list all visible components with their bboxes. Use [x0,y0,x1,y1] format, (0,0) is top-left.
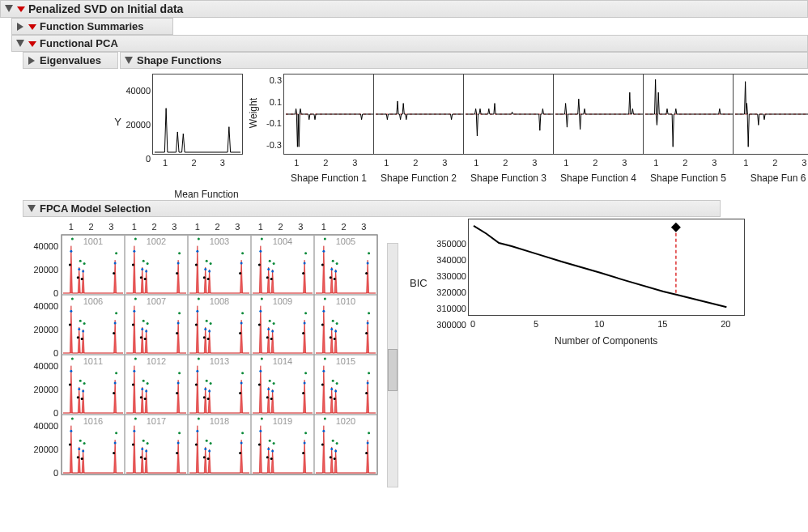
svg-point-186 [259,310,262,313]
disclosure-open-icon[interactable] [124,56,134,66]
disclosure-closed-icon[interactable] [15,22,25,32]
svg-point-315 [204,448,206,450]
svg-point-255 [258,384,261,386]
svg-text:350000: 350000 [436,239,466,249]
svg-point-138 [365,272,368,275]
disclosure-open-icon[interactable] [27,204,36,214]
svg-point-347 [336,442,338,445]
svg-point-325 [258,444,261,446]
svg-point-331 [270,458,273,460]
svg-point-94 [145,270,147,273]
svg-point-291 [83,442,86,445]
svg-text:2: 2 [151,222,156,232]
svg-point-154 [115,312,117,314]
svg-point-158 [133,310,135,313]
svg-point-288 [79,440,82,442]
svg-point-131 [324,237,326,240]
svg-point-306 [176,452,178,454]
svg-point-257 [261,357,263,360]
svg-point-231 [141,388,143,390]
disclosure-closed-icon[interactable] [27,56,36,66]
svg-point-129 [321,264,324,266]
svg-point-132 [330,276,332,279]
svg-text:3: 3 [108,222,113,232]
svg-point-191 [270,338,273,340]
shape-function-3[interactable]: 123Shape Function 3 [463,74,554,184]
svg-point-84 [115,252,117,254]
menu-dropdown-icon[interactable] [17,5,25,13]
shape-function-6[interactable]: 123Shape Fun 6 [733,74,808,184]
svg-text:20000: 20000 [33,385,58,394]
svg-point-312 [196,430,198,432]
svg-point-287 [78,448,80,450]
svg-point-270 [322,370,325,372]
svg-text:1: 1 [474,158,478,168]
svg-text:1: 1 [132,222,137,232]
svg-point-196 [304,312,307,314]
svg-point-187 [261,297,263,300]
section-function-summaries[interactable]: Function Summaries [11,18,173,35]
svg-text:0: 0 [53,468,58,478]
section-fpca-model-selection[interactable]: FPCA Model Selection [23,200,721,217]
svg-point-297 [132,444,134,446]
svg-point-201 [324,297,326,300]
svg-point-237 [177,382,180,385]
svg-point-307 [177,442,180,445]
menu-dropdown-icon[interactable] [28,23,36,31]
fpca-small-multiples[interactable]: 1231231231231230200004000002000040000020… [23,219,387,494]
svg-point-107 [207,278,210,280]
svg-marker-358 [671,223,681,232]
disclosure-open-icon[interactable] [15,39,25,49]
svg-point-77 [78,268,80,270]
svg-text:1007: 1007 [147,296,166,306]
svg-point-83 [114,262,117,265]
section-eigenvalues[interactable]: Eigenvalues [23,52,118,69]
svg-point-275 [334,398,336,400]
scrollbar[interactable] [387,243,398,487]
bic-plot[interactable] [468,219,745,316]
section-label: Shape Functions [137,54,222,66]
svg-point-321 [240,442,243,445]
svg-point-219 [81,398,83,400]
svg-text:1: 1 [743,158,748,168]
mean-function-plot[interactable] [152,74,243,155]
svg-point-168 [178,312,181,314]
bic-x-label: Number of Components [468,332,745,347]
svg-point-75 [71,237,74,240]
svg-text:3: 3 [172,222,176,232]
svg-point-271 [324,357,326,360]
svg-point-330 [269,440,271,442]
svg-point-263 [273,382,275,385]
section-functional-pca[interactable]: Functional PCA [11,35,808,52]
svg-text:1019: 1019 [273,416,292,426]
shape-function-5[interactable]: 123Shape Function 5 [643,74,734,184]
svg-point-230 [140,396,142,398]
svg-text:0: 0 [53,408,58,418]
svg-point-93 [144,278,147,280]
svg-text:3: 3 [532,158,537,168]
section-shape-functions[interactable]: Shape Functions [120,52,808,69]
svg-point-208 [365,332,368,334]
svg-text:20: 20 [721,319,730,329]
section-penalized-svd[interactable]: Penalized SVD on Initial data [0,0,808,18]
svg-point-182 [241,312,244,314]
svg-point-311 [195,444,198,446]
shape-function-4[interactable]: 123Shape Function 4 [553,74,644,184]
weight-y-axis: -0.3-0.10.10.3 [259,73,283,154]
scrollbar-thumb[interactable] [388,349,398,391]
svg-text:1: 1 [163,158,168,168]
svg-point-151 [83,322,86,325]
svg-text:3: 3 [712,158,717,168]
shape-function-1[interactable]: 123Shape Function 1 [283,74,374,184]
svg-point-303 [144,458,147,460]
disclosure-open-icon[interactable] [4,4,14,14]
svg-point-110 [239,272,241,275]
menu-dropdown-icon[interactable] [28,40,36,48]
section-title: Penalized SVD on Initial data [28,2,183,15]
shape-function-2[interactable]: 123Shape Function 2 [373,74,464,184]
svg-point-144 [70,310,72,313]
svg-point-123 [273,262,275,265]
svg-point-229 [134,357,137,360]
svg-point-125 [304,262,306,265]
svg-text:5: 5 [534,319,538,329]
